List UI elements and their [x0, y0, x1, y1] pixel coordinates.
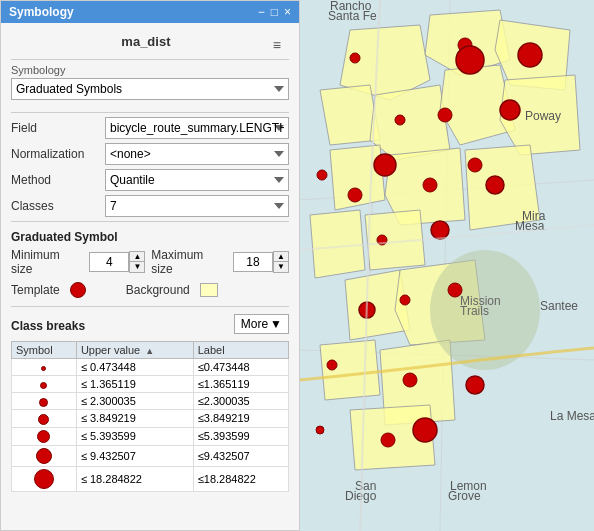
class-breaks-title: Class breaks: [11, 319, 85, 333]
size-row: Minimum size ▲ ▼ Maximum size ▲ ▼: [11, 248, 289, 276]
svg-marker-9: [370, 85, 450, 160]
svg-point-59: [413, 418, 437, 442]
symbology-dropdown[interactable]: Graduated Symbols: [11, 78, 289, 100]
symbol-circle: [39, 398, 48, 407]
classes-dropdown[interactable]: 7: [105, 195, 289, 217]
table-cell-upper: ≤ 0.473448: [76, 359, 193, 376]
template-bg-row: Template Background: [11, 282, 289, 298]
table-cell-upper: ≤ 1.365119: [76, 376, 193, 393]
svg-text:Santee: Santee: [540, 299, 578, 313]
table-row: ≤ 5.393599≤5.393599: [12, 427, 289, 446]
max-size-spinner: ▲ ▼: [233, 251, 289, 273]
svg-text:Grove: Grove: [448, 489, 481, 503]
symbology-label: Symbology: [11, 64, 289, 76]
table-cell-label: ≤0.473448: [193, 359, 288, 376]
svg-point-48: [448, 283, 462, 297]
field-dropdown[interactable]: bicycle_route_summary.LENGTH: [105, 117, 289, 139]
class-breaks-header: Class breaks More ▼: [11, 311, 289, 337]
table-cell-upper: ≤ 2.300035: [76, 393, 193, 410]
panel-title: Symbology: [9, 5, 74, 19]
svg-point-54: [431, 221, 449, 239]
symbol-circle: [40, 382, 47, 389]
svg-point-46: [348, 188, 362, 202]
min-size-down-button[interactable]: ▼: [130, 262, 144, 272]
max-size-spinbtn-group: ▲ ▼: [273, 251, 289, 273]
table-header-row: Symbol Upper value ▲ Label: [12, 342, 289, 359]
svg-point-58: [374, 154, 396, 176]
panel-controls: − □ ×: [258, 5, 291, 19]
svg-point-44: [438, 108, 452, 122]
table-cell-symbol: [12, 393, 77, 410]
max-size-down-button[interactable]: ▼: [274, 262, 288, 272]
background-box[interactable]: [200, 283, 218, 297]
table-cell-upper: ≤ 3.849219: [76, 410, 193, 428]
svg-point-53: [486, 176, 504, 194]
grad-sym-title: Graduated Symbol: [11, 230, 289, 244]
table-cell-label: ≤2.300035: [193, 393, 288, 410]
normalization-row: Normalization <none>: [11, 143, 289, 165]
table-cell-label: ≤5.393599: [193, 427, 288, 446]
more-arrow-icon: ▼: [270, 317, 282, 331]
method-dropdown[interactable]: Quantile: [105, 169, 289, 191]
svg-point-42: [316, 426, 324, 434]
min-size-up-button[interactable]: ▲: [130, 252, 144, 262]
divider-1: [11, 59, 289, 60]
method-row: Method Quantile: [11, 169, 289, 191]
symbol-circle: [36, 448, 52, 464]
class-table-body: ≤ 0.473448≤0.473448≤ 1.365119≤1.365119≤ …: [12, 359, 289, 492]
min-size-spinner: ▲ ▼: [89, 251, 145, 273]
table-row: ≤ 0.473448≤0.473448: [12, 359, 289, 376]
table-cell-symbol: [12, 410, 77, 428]
svg-point-57: [456, 46, 484, 74]
symbol-circle: [41, 366, 46, 371]
table-row: ≤ 2.300035≤2.300035: [12, 393, 289, 410]
divider-3: [11, 221, 289, 222]
max-size-up-button[interactable]: ▲: [274, 252, 288, 262]
svg-point-52: [500, 100, 520, 120]
table-row: ≤ 3.849219≤3.849219: [12, 410, 289, 428]
col-symbol: Symbol: [12, 342, 77, 359]
minimize-button[interactable]: −: [258, 5, 265, 19]
table-cell-upper: ≤ 5.393599: [76, 427, 193, 446]
svg-point-36: [350, 53, 360, 63]
table-cell-upper: ≤ 18.284822: [76, 467, 193, 492]
svg-point-37: [395, 115, 405, 125]
template-symbol[interactable]: [70, 282, 86, 298]
table-row: ≤ 9.432507≤9.432507: [12, 446, 289, 467]
svg-point-41: [327, 360, 337, 370]
sort-arrow-icon: ▲: [145, 346, 154, 356]
symbol-circle: [38, 414, 49, 425]
col-upper: Upper value ▲: [76, 342, 193, 359]
min-size-input[interactable]: [89, 252, 129, 272]
more-button[interactable]: More ▼: [234, 314, 289, 334]
layer-name: ma_dist: [121, 34, 170, 49]
divider-4: [11, 306, 289, 307]
close-button[interactable]: ×: [284, 5, 291, 19]
menu-icon[interactable]: ≡: [273, 37, 281, 53]
svg-point-49: [403, 373, 417, 387]
svg-text:Santa Fe: Santa Fe: [328, 9, 377, 23]
table-cell-symbol: [12, 427, 77, 446]
restore-button[interactable]: □: [271, 5, 278, 19]
map-background: Mission Trails Poway Santee Mira Mesa La…: [300, 0, 594, 531]
normalization-dropdown[interactable]: <none>: [105, 143, 289, 165]
field-row: Field bicycle_route_summary.LENGTH: [11, 117, 289, 139]
class-breaks-table: Symbol Upper value ▲ Label ≤ 0.473448≤0.…: [11, 341, 289, 492]
table-cell-label: ≤3.849219: [193, 410, 288, 428]
table-cell-label: ≤9.432507: [193, 446, 288, 467]
svg-point-55: [466, 376, 484, 394]
max-size-input[interactable]: [233, 252, 273, 272]
table-cell-label: ≤1.365119: [193, 376, 288, 393]
svg-text:La Mesa: La Mesa: [550, 409, 594, 423]
table-cell-symbol: [12, 467, 77, 492]
panel-body: ma_dist ≡ Symbology Graduated Symbols Fi…: [1, 23, 299, 530]
layer-name-row: ma_dist ≡: [11, 31, 289, 55]
min-size-label: Minimum size: [11, 248, 83, 276]
field-label: Field: [11, 121, 101, 135]
svg-point-40: [400, 295, 410, 305]
divider-2: [11, 112, 289, 113]
svg-point-38: [317, 170, 327, 180]
table-row: ≤ 1.365119≤1.365119: [12, 376, 289, 393]
max-size-label: Maximum size: [151, 248, 227, 276]
method-label: Method: [11, 173, 101, 187]
